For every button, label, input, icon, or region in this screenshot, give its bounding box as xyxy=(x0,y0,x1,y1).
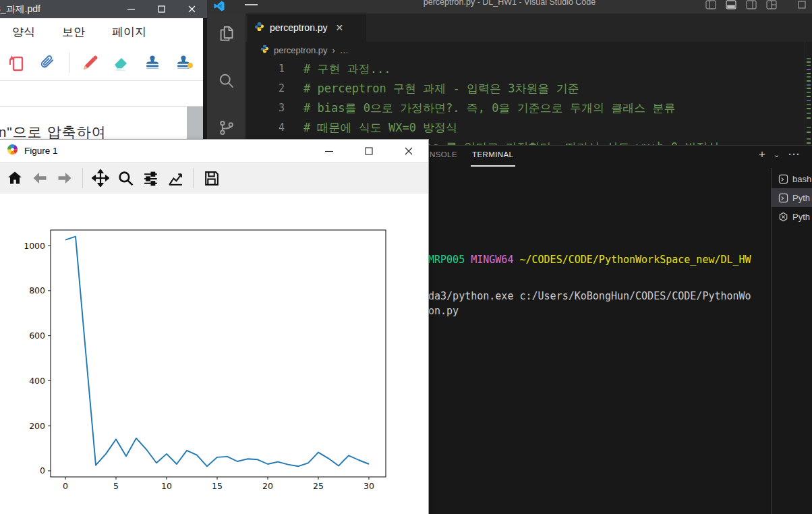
loss-chart: 05101520253002004006008001000 xyxy=(0,194,428,514)
paperclip-icon[interactable] xyxy=(37,53,57,73)
code-editor[interactable]: 1# 구현 과정...2# perceptron 구현 과제 - 입력은 3차원… xyxy=(245,58,805,145)
tab-label: perceptron.py xyxy=(270,22,328,33)
line-number: 4 xyxy=(271,119,285,137)
tab-bar: perceptron.py ✕ xyxy=(245,13,812,42)
red-pencil-icon[interactable] xyxy=(79,53,99,73)
terminal-command-line: da3/python.exe c:/Users/KoBongHun/CODES/… xyxy=(428,289,751,303)
save-icon[interactable] xyxy=(202,168,221,188)
tab-debug-console[interactable]: NSOLE xyxy=(430,150,457,159)
figure-maximize-button[interactable] xyxy=(355,140,382,162)
figure-toolbar xyxy=(0,162,428,194)
figure-canvas[interactable]: 05101520253002004006008001000 xyxy=(0,194,428,514)
configure-subplots-icon[interactable] xyxy=(141,168,160,188)
chevron-down-icon[interactable]: ⌄ xyxy=(774,148,780,161)
pan-icon[interactable] xyxy=(91,168,110,188)
pdf-subbar xyxy=(0,81,207,107)
pdf-document-text: in"으로 압축하여 xyxy=(0,123,107,142)
pdf-menu-item[interactable]: 양식 xyxy=(12,24,35,40)
stamp-approved-icon[interactable] xyxy=(174,53,194,73)
pdf-titlebar[interactable]: 3_과제.pdf xyxy=(0,0,207,18)
breadcrumb-file[interactable]: perceptron.py xyxy=(274,45,328,55)
terminal-prompt-line: MRP005 MINGW64 ~/CODES/CODE/PythonWorkSp… xyxy=(428,253,751,266)
matplotlib-icon xyxy=(7,144,18,158)
svg-text:30: 30 xyxy=(364,481,374,491)
forward-icon[interactable] xyxy=(55,168,74,188)
code-line[interactable]: 3# bias를 0으로 가정하면?. 즉, 0을 기준으로 두개의 클래스 분… xyxy=(245,99,805,119)
pdf-toolbar xyxy=(0,45,207,81)
svg-text:400: 400 xyxy=(29,376,45,386)
pdf-menu-item[interactable]: 페이지 xyxy=(112,24,146,40)
breadcrumb-symbol[interactable]: … xyxy=(340,45,349,55)
terminal-list-item[interactable]: Pyth xyxy=(772,188,812,207)
python-debug-icon xyxy=(778,212,788,222)
pdf-minimize-button[interactable] xyxy=(116,0,146,18)
tab-perceptron[interactable]: perceptron.py ✕ xyxy=(248,13,366,42)
pdf-maximize-button[interactable] xyxy=(146,0,177,18)
figure-window: Figure 1 xyxy=(0,140,428,514)
terminal-prompt-span: MINGW64 xyxy=(465,254,513,266)
terminal-prompt-span: ~/CODES/CODE/PythonWorkSpace_new/DL_HW xyxy=(513,254,751,266)
code-text: # 구현 과정... xyxy=(303,60,390,78)
back-icon[interactable] xyxy=(30,168,49,188)
toolbar-divider xyxy=(69,53,69,73)
terminal-list-label: Pyth xyxy=(792,193,810,203)
code-line[interactable]: 1# 구현 과정... xyxy=(245,60,805,80)
svg-text:800: 800 xyxy=(29,285,45,295)
svg-text:15: 15 xyxy=(212,481,223,491)
code-text: # 때문에 식도 WX=0 방정식 xyxy=(303,119,457,137)
terminal-list-item[interactable]: bash xyxy=(772,169,812,188)
line-number: 3 xyxy=(271,99,285,117)
chevron-right-icon: › xyxy=(332,45,335,55)
figure-titlebar[interactable]: Figure 1 xyxy=(0,140,428,162)
svg-text:25: 25 xyxy=(313,481,324,491)
svg-text:0: 0 xyxy=(63,481,68,491)
new-terminal-icon[interactable]: + xyxy=(759,148,765,161)
vscode-titlebar[interactable]: perceptron.py - DL_HW1 - Visual Studio C… xyxy=(207,0,812,13)
pdf-menu-item[interactable]: 보안 xyxy=(62,24,85,40)
terminal-command-line2: on.py xyxy=(428,304,459,318)
pdf-close-button[interactable] xyxy=(177,0,207,18)
edit-axes-icon[interactable] xyxy=(166,168,185,188)
source-control-icon[interactable] xyxy=(217,119,235,140)
teal-eraser-icon[interactable] xyxy=(111,53,131,73)
toggle-sidebar-icon[interactable] xyxy=(705,0,716,10)
code-text: # perceptron 구현 과제 - 입력은 3차원을 기준 xyxy=(303,80,579,98)
code-line[interactable]: 4# 때문에 식도 WX=0 방정식 xyxy=(245,119,805,138)
figure-title: Figure 1 xyxy=(24,146,58,156)
toggle-panel-icon[interactable] xyxy=(726,0,736,10)
layout-controls xyxy=(705,0,777,10)
tab-terminal[interactable]: TERMINAL xyxy=(472,150,513,159)
code-line[interactable]: 2# perceptron 구현 과제 - 입력은 3차원을 기준 xyxy=(245,80,805,99)
breadcrumb[interactable]: perceptron.py › … xyxy=(245,42,805,58)
code-text: # bias를 0으로 가정하면?. 즉, 0을 기준으로 두개의 클래스 분류 xyxy=(303,99,675,117)
svg-text:10: 10 xyxy=(161,481,172,491)
zoom-icon[interactable] xyxy=(116,168,135,188)
figure-minimize-button[interactable] xyxy=(316,140,343,162)
svg-text:0: 0 xyxy=(40,465,45,476)
terminal-output[interactable]: MRP005 MINGW64 ~/CODES/CODE/PythonWorkSp… xyxy=(428,253,770,509)
screen: 3_과제.pdf 양식보안페이지 xyxy=(0,0,812,514)
maximize-restore-icon[interactable] xyxy=(797,0,807,12)
svg-text:5: 5 xyxy=(113,481,119,491)
explorer-icon[interactable] xyxy=(217,24,235,45)
terminal-list: bashPythPyth xyxy=(772,169,812,226)
active-tab-underline xyxy=(471,165,515,167)
home-icon[interactable] xyxy=(5,168,24,188)
toolbar-divider xyxy=(193,168,194,188)
rotate-page-icon[interactable] xyxy=(5,53,26,73)
pdf-menubar: 양식보안페이지 xyxy=(0,18,207,45)
customize-layout-icon[interactable] xyxy=(766,0,777,10)
panel-actions: + ⌄ ⋯ xyxy=(759,148,799,161)
pdf-title: 3_과제.pdf xyxy=(0,3,40,16)
more-actions-icon[interactable]: ⋯ xyxy=(788,148,799,161)
terminal-list-label: Pyth xyxy=(792,212,810,222)
tab-close-icon[interactable]: ✕ xyxy=(336,22,344,33)
line-number: 1 xyxy=(271,60,285,78)
svg-text:20: 20 xyxy=(262,481,273,491)
terminal-list-item[interactable]: Pyth xyxy=(772,207,812,226)
figure-close-button[interactable] xyxy=(395,140,422,162)
toggle-secondary-sidebar-icon[interactable] xyxy=(746,0,757,10)
stamp-icon[interactable] xyxy=(142,53,163,73)
minimap[interactable] xyxy=(805,42,812,145)
search-icon[interactable] xyxy=(217,72,235,92)
